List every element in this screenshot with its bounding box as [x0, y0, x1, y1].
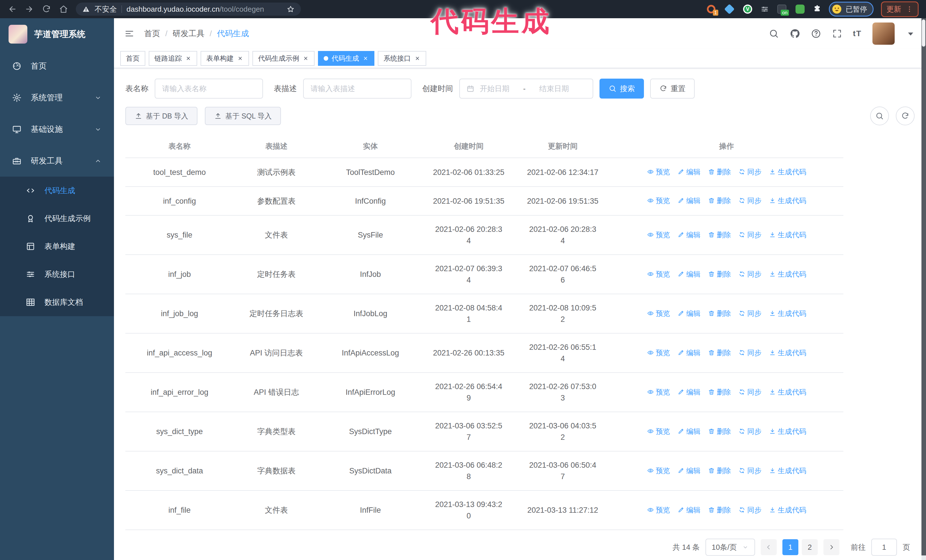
- generate-code-link[interactable]: 生成代码: [769, 504, 806, 516]
- refresh-table-button[interactable]: [896, 107, 915, 125]
- close-tab-icon[interactable]: [362, 55, 369, 62]
- sync-link[interactable]: 同步: [738, 386, 762, 398]
- edit-link[interactable]: 编辑: [678, 504, 701, 516]
- tab-代码生成[interactable]: 代码生成: [318, 51, 374, 66]
- sidebar-item-codegen[interactable]: 代码生成: [0, 177, 114, 205]
- import-db-button[interactable]: 基于 DB 导入: [126, 107, 197, 125]
- delete-link[interactable]: 删除: [708, 195, 731, 206]
- address-bar[interactable]: 不安全 dashboard.yudao.iocoder.cn/tool/code…: [76, 3, 301, 16]
- edit-link[interactable]: 编辑: [678, 347, 701, 358]
- delete-link[interactable]: 删除: [708, 386, 731, 398]
- close-tab-icon[interactable]: [185, 55, 191, 62]
- delete-link[interactable]: 删除: [708, 504, 731, 516]
- sidebar-item-form-builder[interactable]: 表单构建: [0, 232, 114, 260]
- sidebar-toggle-icon[interactable]: [124, 29, 135, 39]
- extension-green-circle-icon[interactable]: V: [742, 4, 753, 15]
- edit-link[interactable]: 编辑: [678, 229, 701, 240]
- tab-表单构建[interactable]: 表单构建: [201, 51, 249, 66]
- preview-link[interactable]: 预览: [647, 195, 670, 206]
- close-tab-icon[interactable]: [237, 55, 243, 62]
- sync-link[interactable]: 同步: [738, 195, 762, 206]
- page-button-1[interactable]: 1: [782, 539, 798, 555]
- help-icon[interactable]: [811, 29, 821, 39]
- close-tab-icon[interactable]: [414, 55, 421, 62]
- page-scrollbar-track[interactable]: [921, 18, 926, 555]
- breadcrumb-item[interactable]: 首页: [144, 28, 160, 39]
- sidebar-item-system-api[interactable]: 系统接口: [0, 260, 114, 288]
- tab-代码生成示例[interactable]: 代码生成示例: [253, 51, 315, 66]
- sidebar-item-home[interactable]: 首页: [0, 50, 114, 82]
- sync-link[interactable]: 同步: [738, 268, 762, 280]
- sidebar-item-infrastructure[interactable]: 基础设施: [0, 113, 114, 145]
- sync-link[interactable]: 同步: [738, 229, 762, 240]
- generate-code-link[interactable]: 生成代码: [769, 268, 806, 280]
- prev-page-button[interactable]: [761, 539, 777, 555]
- extension-monkey-icon[interactable]: [794, 4, 805, 15]
- generate-code-link[interactable]: 生成代码: [769, 386, 806, 398]
- header-search-icon[interactable]: [769, 29, 779, 39]
- search-button[interactable]: 搜索: [599, 78, 644, 98]
- sync-link[interactable]: 同步: [738, 347, 762, 358]
- preview-link[interactable]: 预览: [647, 166, 670, 177]
- toggle-search-button[interactable]: [870, 107, 889, 125]
- reset-button[interactable]: 重置: [650, 78, 694, 98]
- generate-code-link[interactable]: 生成代码: [769, 426, 806, 437]
- sync-link[interactable]: 同步: [738, 166, 762, 177]
- sidebar-item-dev-tools[interactable]: 研发工具: [0, 145, 114, 177]
- sidebar-item-db-doc[interactable]: 数据库文档: [0, 288, 114, 316]
- browser-reload-icon[interactable]: [42, 4, 51, 14]
- preview-link[interactable]: 预览: [647, 347, 670, 358]
- preview-link[interactable]: 预览: [647, 308, 670, 319]
- generate-code-link[interactable]: 生成代码: [769, 229, 806, 240]
- tab-首页[interactable]: 首页: [120, 51, 145, 66]
- delete-link[interactable]: 删除: [708, 229, 731, 240]
- next-page-button[interactable]: [823, 539, 840, 555]
- browser-forward-icon[interactable]: [24, 4, 34, 14]
- extension-dark-icon[interactable]: on: [776, 4, 787, 15]
- generate-code-link[interactable]: 生成代码: [769, 195, 806, 206]
- delete-link[interactable]: 删除: [708, 426, 731, 437]
- delete-link[interactable]: 删除: [708, 465, 731, 476]
- page-button-2[interactable]: 2: [802, 539, 818, 555]
- fullscreen-icon[interactable]: [832, 29, 842, 39]
- preview-link[interactable]: 预览: [647, 268, 670, 280]
- user-avatar[interactable]: [872, 23, 895, 45]
- edit-link[interactable]: 编辑: [678, 195, 701, 206]
- delete-link[interactable]: 删除: [708, 166, 731, 177]
- extension-orange-icon[interactable]: 1: [706, 4, 717, 15]
- import-sql-button[interactable]: 基于 SQL 导入: [205, 107, 281, 125]
- tab-链路追踪[interactable]: 链路追踪: [149, 51, 197, 66]
- generate-code-link[interactable]: 生成代码: [769, 465, 806, 476]
- browser-home-icon[interactable]: [59, 4, 68, 14]
- font-size-icon[interactable]: tT: [853, 29, 862, 38]
- extension-sliders-icon[interactable]: [761, 5, 769, 14]
- breadcrumb-item[interactable]: 研发工具: [172, 28, 204, 39]
- edit-link[interactable]: 编辑: [678, 308, 701, 319]
- edit-link[interactable]: 编辑: [678, 166, 701, 177]
- bookmark-star-icon[interactable]: [287, 5, 295, 13]
- preview-link[interactable]: 预览: [647, 386, 670, 398]
- edit-link[interactable]: 编辑: [678, 268, 701, 280]
- generate-code-link[interactable]: 生成代码: [769, 166, 806, 177]
- preview-link[interactable]: 预览: [647, 229, 670, 240]
- table-desc-input[interactable]: [303, 78, 412, 98]
- page-size-select[interactable]: 10条/页: [705, 539, 755, 556]
- edit-link[interactable]: 编辑: [678, 386, 701, 398]
- sync-link[interactable]: 同步: [738, 465, 762, 476]
- github-icon[interactable]: [790, 29, 800, 39]
- sidebar-item-system-admin[interactable]: 系统管理: [0, 82, 114, 113]
- browser-update-button[interactable]: 更新: [881, 2, 918, 17]
- sync-link[interactable]: 同步: [738, 504, 762, 516]
- date-range-picker[interactable]: 开始日期 - 结束日期: [459, 78, 593, 98]
- extensions-puzzle-icon[interactable]: [813, 5, 822, 14]
- preview-link[interactable]: 预览: [647, 465, 670, 476]
- extension-gem-icon[interactable]: [724, 4, 735, 15]
- tab-系统接口[interactable]: 系统接口: [378, 51, 426, 66]
- browser-menu-icon[interactable]: [906, 5, 913, 13]
- delete-link[interactable]: 删除: [708, 347, 731, 358]
- sync-link[interactable]: 同步: [738, 308, 762, 319]
- table-name-input[interactable]: [155, 78, 263, 98]
- goto-page-input[interactable]: [871, 539, 897, 556]
- preview-link[interactable]: 预览: [647, 426, 670, 437]
- page-scrollbar-thumb[interactable]: [922, 20, 925, 47]
